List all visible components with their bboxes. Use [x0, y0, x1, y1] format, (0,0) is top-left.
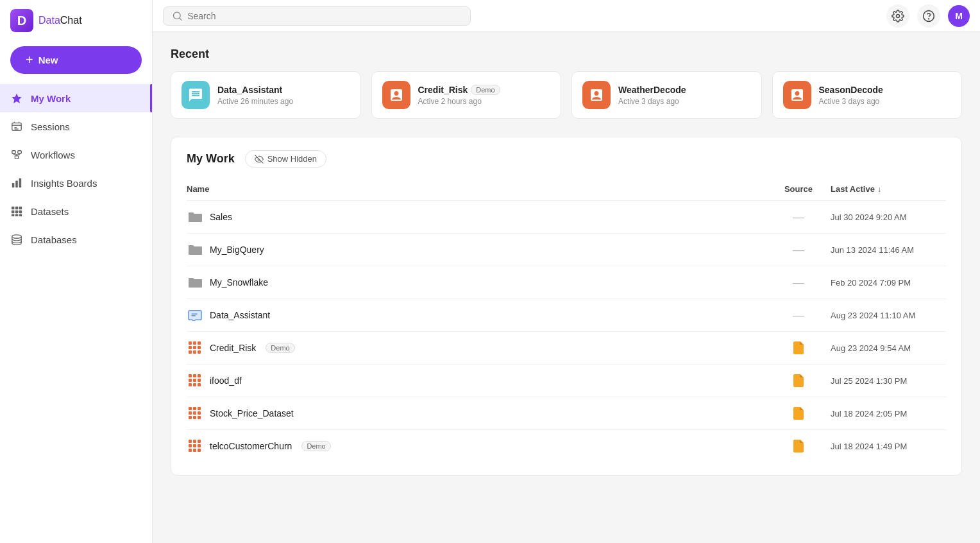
svg-rect-41	[193, 346, 196, 349]
row-last-active-cell: Jul 18 2024 2:05 PM	[831, 409, 946, 418]
svg-rect-45	[198, 350, 201, 354]
search-input[interactable]	[187, 11, 461, 21]
recent-card-data-assistant[interactable]: Data_Assistant Active 26 minutes ago	[171, 71, 361, 119]
row-last-active-cell: Jul 18 2024 1:49 PM	[831, 442, 946, 451]
row-name-label: My_Snowflake	[210, 277, 268, 288]
row-name-label: ifood_df	[210, 375, 242, 386]
svg-rect-52	[189, 383, 192, 386]
row-last-active-cell: Jul 25 2024 1:30 PM	[831, 376, 946, 386]
sidebar-item-insights-boards[interactable]: Insights Boards	[0, 169, 152, 197]
new-button[interactable]: + New	[10, 46, 142, 74]
file-icon	[793, 374, 804, 387]
row-source-cell	[766, 341, 831, 354]
card-time: Active 3 days ago	[618, 97, 686, 106]
insights-boards-icon	[10, 177, 23, 189]
card-icon-data-assistant	[182, 81, 210, 109]
sidebar-item-workflows[interactable]: Workflows	[0, 141, 152, 169]
svg-text:D: D	[17, 13, 26, 28]
svg-marker-2	[12, 94, 21, 103]
file-icon	[793, 407, 804, 420]
column-name-header: Name	[187, 184, 766, 194]
svg-rect-10	[18, 151, 21, 154]
row-name-label: Data_Assistant	[210, 310, 270, 320]
sidebar-item-my-work[interactable]: My Work	[0, 84, 152, 112]
row-last-active-cell: Jun 13 2024 11:46 AM	[831, 245, 946, 255]
search-bar[interactable]	[163, 6, 471, 26]
card-time: Active 26 minutes ago	[217, 97, 293, 106]
sidebar-item-sessions[interactable]: Sessions	[0, 112, 152, 141]
svg-rect-46	[189, 374, 192, 377]
star-icon	[10, 92, 23, 105]
row-source-cell: —	[766, 309, 831, 322]
recent-card-season-decode[interactable]: SeasonDecode Active 3 days ago	[772, 71, 963, 119]
demo-badge: Demo	[471, 85, 500, 95]
svg-rect-54	[198, 383, 201, 386]
svg-rect-18	[19, 178, 22, 187]
recent-card-weather-decode[interactable]: WeatherDecode Active 3 days ago	[571, 71, 762, 119]
svg-rect-38	[193, 341, 196, 345]
card-icon-season-decode	[783, 81, 811, 109]
sidebar-item-label: Insights Boards	[31, 178, 97, 189]
show-hidden-button[interactable]: Show Hidden	[245, 150, 326, 168]
row-source-cell: —	[766, 211, 831, 224]
table-row[interactable]: telcoCustomerChurn Demo Jul 18 2024 1:49…	[187, 430, 946, 462]
svg-rect-72	[198, 449, 201, 452]
table-row[interactable]: Data_Assistant — Aug 23 2024 11:10 AM	[187, 299, 946, 332]
databases-icon	[10, 233, 23, 246]
recent-title: Recent	[171, 47, 962, 61]
sidebar-item-databases[interactable]: Databases	[0, 225, 152, 254]
session-icon	[187, 307, 203, 323]
svg-rect-63	[198, 416, 201, 419]
svg-point-31	[897, 14, 900, 17]
dataset-icon	[187, 405, 203, 422]
table-row[interactable]: ifood_df Jul 25 2024 1:30 PM	[187, 365, 946, 397]
svg-rect-47	[193, 374, 196, 377]
datachat-logo-icon: D	[10, 9, 33, 32]
row-last-active-cell: Jul 30 2024 9:20 AM	[831, 212, 946, 222]
svg-line-30	[180, 18, 182, 21]
table-row[interactable]: Sales — Jul 30 2024 9:20 AM	[187, 201, 946, 234]
sidebar-item-label: Workflows	[31, 150, 75, 160]
svg-rect-23	[15, 211, 19, 214]
plus-icon: +	[26, 53, 33, 67]
svg-rect-64	[189, 440, 192, 443]
svg-rect-39	[198, 341, 201, 345]
dataset-icon	[187, 438, 203, 454]
svg-rect-70	[189, 449, 192, 452]
svg-rect-67	[189, 444, 192, 447]
settings-button[interactable]	[886, 4, 909, 28]
logo: D DataChat	[0, 0, 152, 41]
svg-rect-59	[193, 411, 196, 415]
avatar[interactable]: M	[948, 5, 970, 27]
column-last-active-header: Last Active ↓	[831, 184, 946, 194]
svg-rect-19	[12, 207, 15, 210]
svg-rect-68	[193, 444, 196, 447]
sidebar-item-label: Sessions	[31, 121, 70, 132]
card-name: Credit_Risk	[418, 85, 468, 95]
svg-rect-58	[189, 411, 192, 415]
logo-text: DataChat	[38, 15, 82, 26]
row-source-cell	[766, 440, 831, 452]
recent-cards: Data_Assistant Active 26 minutes ago Cre…	[171, 71, 962, 119]
table-row[interactable]: My_BigQuery — Jun 13 2024 11:46 AM	[187, 234, 946, 266]
demo-badge: Demo	[301, 441, 330, 451]
search-icon	[173, 11, 182, 21]
svg-rect-48	[198, 374, 201, 377]
help-button[interactable]	[917, 4, 940, 28]
svg-rect-25	[12, 214, 15, 217]
table-row[interactable]: Stock_Price_Dataset Jul 18 2024 2:05 PM	[187, 397, 946, 430]
table-row[interactable]: My_Snowflake — Feb 20 2024 7:09 PM	[187, 266, 946, 299]
folder-icon	[187, 209, 203, 225]
sidebar-item-label: Databases	[31, 234, 77, 245]
svg-rect-49	[189, 379, 192, 382]
svg-rect-40	[189, 346, 192, 349]
sidebar-item-datasets[interactable]: Datasets	[0, 197, 152, 225]
card-name: WeatherDecode	[618, 85, 686, 95]
row-source-cell	[766, 407, 831, 420]
svg-rect-53	[193, 383, 196, 386]
table-row[interactable]: Credit_Risk Demo Aug 23 2024 9:54 AM	[187, 332, 946, 365]
header: M	[153, 0, 980, 32]
row-name-label: Sales	[210, 212, 232, 222]
svg-rect-60	[198, 411, 201, 415]
recent-card-credit-risk[interactable]: Credit_Risk Demo Active 2 hours ago	[371, 71, 562, 119]
